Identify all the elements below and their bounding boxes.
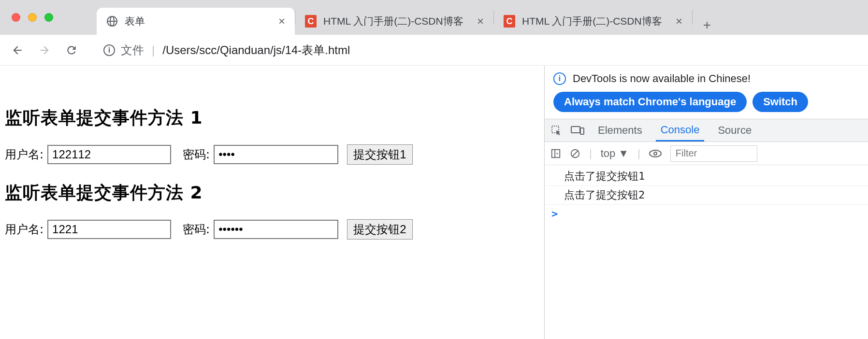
console-log-line[interactable]: 点击了提交按钮2 bbox=[545, 186, 868, 205]
username-label: 用户名: bbox=[5, 147, 43, 162]
globe-icon bbox=[106, 15, 118, 27]
svg-rect-4 bbox=[571, 127, 580, 133]
main-area: 监听表单提交事件方法 1 用户名: 密码: 提交按钮1 监听表单提交事件方法 2… bbox=[0, 66, 868, 339]
tab-separator bbox=[692, 10, 693, 25]
console-prompt[interactable]: > bbox=[545, 205, 868, 223]
heading-method-2: 监听表单提交事件方法 2 bbox=[5, 181, 539, 205]
password-input-1[interactable] bbox=[214, 145, 338, 164]
browser-tab-strip: 表单 × C HTML 入门手册(二)-CSDN博客 × C HTML 入门手册… bbox=[0, 0, 868, 35]
csdn-icon: C bbox=[305, 15, 317, 27]
devtools-tabs: Elements Console Source bbox=[545, 119, 868, 142]
console-sidebar-toggle-icon[interactable] bbox=[550, 148, 561, 159]
address-path: /Users/scc/Qianduan/js/14-表单.html bbox=[162, 42, 350, 58]
chevron-down-icon: ▼ bbox=[618, 147, 629, 160]
password-input-2[interactable] bbox=[214, 220, 338, 239]
submit-button-2[interactable]: 提交按钮2 bbox=[347, 219, 412, 240]
inspect-icon[interactable] bbox=[550, 125, 562, 136]
clear-console-icon[interactable] bbox=[570, 148, 580, 159]
username-input-2[interactable] bbox=[47, 220, 171, 239]
svg-rect-6 bbox=[552, 149, 560, 157]
info-icon[interactable]: i bbox=[103, 44, 115, 56]
live-expression-icon[interactable] bbox=[649, 149, 662, 158]
devtools-info-text: DevTools is now available in Chinese! bbox=[573, 72, 751, 85]
console-log-line[interactable]: 点击了提交按钮1 bbox=[545, 167, 868, 186]
svg-point-10 bbox=[650, 150, 661, 157]
reload-button[interactable] bbox=[64, 42, 79, 58]
username-input-1[interactable] bbox=[47, 145, 171, 164]
tab-sources[interactable]: Source bbox=[713, 119, 756, 141]
svg-line-9 bbox=[573, 151, 578, 156]
address-scheme: 文件 bbox=[121, 42, 144, 58]
info-icon: i bbox=[553, 72, 566, 85]
close-tab-icon[interactable]: × bbox=[477, 14, 484, 28]
tab-background[interactable]: C HTML 入门手册(二)-CSDN博客 × bbox=[295, 8, 493, 35]
form-2: 用户名: 密码: 提交按钮2 bbox=[5, 219, 539, 240]
form-1: 用户名: 密码: 提交按钮1 bbox=[5, 144, 539, 165]
devtools-language-buttons: Always match Chrome's language Switch bbox=[545, 92, 868, 119]
maximize-window-button[interactable] bbox=[44, 13, 53, 22]
csdn-icon: C bbox=[504, 15, 515, 27]
tab-title: HTML 入门手册(二)-CSDN博客 bbox=[323, 14, 470, 28]
close-window-button[interactable] bbox=[12, 13, 20, 22]
close-tab-icon[interactable]: × bbox=[278, 14, 285, 28]
browser-toolbar: i 文件 | /Users/scc/Qianduan/js/14-表单.html bbox=[0, 35, 868, 66]
username-label: 用户名: bbox=[5, 222, 43, 237]
svg-rect-5 bbox=[580, 128, 584, 134]
minimize-window-button[interactable] bbox=[28, 13, 37, 22]
submit-button-1[interactable]: 提交按钮1 bbox=[347, 144, 412, 165]
always-match-button[interactable]: Always match Chrome's language bbox=[553, 92, 747, 112]
device-toolbar-icon[interactable] bbox=[571, 125, 584, 136]
tab-elements[interactable]: Elements bbox=[593, 119, 647, 141]
address-bar[interactable]: i 文件 | /Users/scc/Qianduan/js/14-表单.html bbox=[95, 40, 858, 61]
tab-title: HTML 入门手册(二)-CSDN博客 bbox=[522, 14, 669, 28]
devtools-info-bar: i DevTools is now available in Chinese! bbox=[545, 66, 868, 92]
forward-button[interactable] bbox=[37, 42, 52, 58]
address-separator: | bbox=[152, 43, 155, 57]
new-tab-button[interactable]: + bbox=[697, 15, 717, 35]
password-label: 密码: bbox=[183, 147, 210, 162]
tab-title: 表单 bbox=[125, 14, 272, 28]
tab-console[interactable]: Console bbox=[656, 119, 705, 141]
switch-language-button[interactable]: Switch bbox=[752, 92, 808, 112]
context-selector[interactable]: top ▼ bbox=[601, 147, 629, 160]
svg-point-11 bbox=[654, 152, 657, 155]
tab-active[interactable]: 表单 × bbox=[97, 8, 295, 35]
chevron-right-icon: > bbox=[551, 208, 558, 220]
window-controls bbox=[12, 13, 53, 22]
page-content: 监听表单提交事件方法 1 用户名: 密码: 提交按钮1 监听表单提交事件方法 2… bbox=[0, 66, 544, 339]
tab-background[interactable]: C HTML 入门手册(二)-CSDN博客 × bbox=[494, 8, 692, 35]
close-tab-icon[interactable]: × bbox=[676, 14, 682, 28]
password-label: 密码: bbox=[183, 222, 210, 237]
console-output: 点击了提交按钮1 点击了提交按钮2 > bbox=[545, 165, 868, 225]
devtools-panel: i DevTools is now available in Chinese! … bbox=[544, 66, 868, 339]
console-toolbar: | top ▼ | bbox=[545, 142, 868, 165]
console-filter-input[interactable] bbox=[670, 145, 757, 162]
back-button[interactable] bbox=[10, 42, 25, 58]
heading-method-1: 监听表单提交事件方法 1 bbox=[5, 106, 539, 130]
tabs-container: 表单 × C HTML 入门手册(二)-CSDN博客 × C HTML 入门手册… bbox=[97, 0, 717, 35]
